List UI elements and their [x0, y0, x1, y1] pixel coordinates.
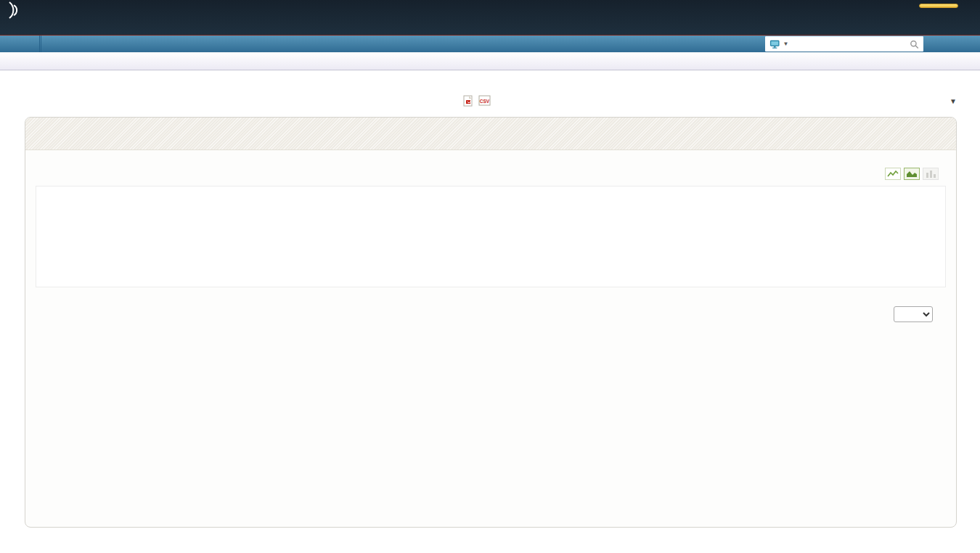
- export-pdf-icon[interactable]: [463, 95, 474, 107]
- breadcrumb-row: CSV ▼: [26, 95, 957, 107]
- nav-divider: [41, 36, 41, 52]
- line-chart-icon: [887, 170, 899, 178]
- chevron-down-icon[interactable]: ▼: [783, 41, 788, 47]
- export-group: CSV: [459, 95, 491, 107]
- nav-scroll-left-button[interactable]: [0, 36, 39, 52]
- chart-container: [36, 186, 946, 287]
- date-range: ▼: [915, 97, 957, 105]
- app-logo: [0, 0, 24, 35]
- report-panel: [25, 117, 957, 528]
- license-banner: [919, 4, 958, 8]
- device-search-box: ▼: [765, 36, 923, 52]
- device-search-input[interactable]: [791, 38, 907, 50]
- line-chart-button[interactable]: [885, 168, 901, 180]
- bar-chart-icon: [925, 170, 936, 178]
- svg-text:CSV: CSV: [480, 99, 490, 104]
- area-chart-icon: [906, 170, 918, 178]
- monitor-icon[interactable]: [769, 39, 780, 49]
- search-icon[interactable]: [910, 39, 919, 49]
- main-nav: ▼: [0, 35, 980, 52]
- bychangetype-area-chart: [42, 191, 941, 284]
- pagination-bar: [49, 306, 933, 322]
- sub-nav: [0, 52, 980, 70]
- bar-chart-button[interactable]: [923, 168, 939, 180]
- chevron-down-icon[interactable]: ▼: [950, 97, 957, 105]
- page-size-select[interactable]: [894, 306, 933, 322]
- filter-graph-row: [25, 150, 956, 184]
- logo-arc-icon: [8, 1, 24, 20]
- criteria-bar: [25, 118, 956, 150]
- top-header: [0, 0, 980, 35]
- nav-divider: [39, 36, 40, 52]
- area-chart-button[interactable]: [904, 168, 920, 180]
- export-csv-icon[interactable]: CSV: [478, 95, 491, 107]
- chart-type-switcher: [885, 168, 939, 180]
